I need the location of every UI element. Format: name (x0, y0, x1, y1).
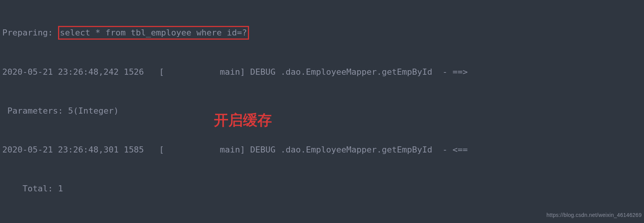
console-output: Preparing: select * from tbl_employee wh… (0, 0, 644, 223)
result-line: Employee(id=5, lastName=xiaobai, email=x… (2, 221, 642, 223)
sql-highlight-box: select * from tbl_employee where id=? (58, 26, 249, 40)
annotation-label: 开启缓存 (214, 114, 272, 127)
log-text: Preparing: (2, 28, 58, 37)
log-line: 2020-05-21 23:26:48,242 1526 [ main] DEB… (2, 66, 642, 79)
watermark-text: https://blog.csdn.net/weixin_46146269 (547, 209, 642, 221)
log-line: 2020-05-21 23:26:48,301 1585 [ main] DEB… (2, 143, 642, 156)
log-line: Preparing: select * from tbl_employee wh… (2, 26, 642, 40)
log-line: Total: 1 (2, 182, 642, 195)
log-line: Parameters: 5(Integer) (2, 104, 642, 117)
